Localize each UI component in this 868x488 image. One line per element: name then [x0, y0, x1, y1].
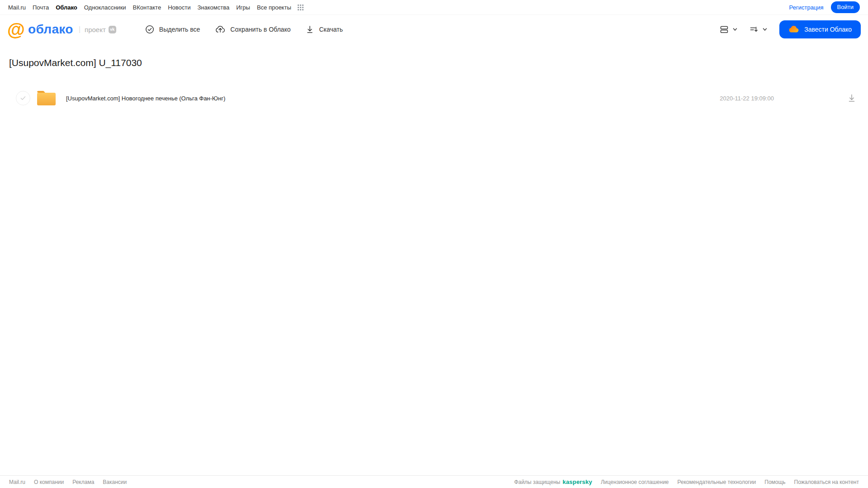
footer-link-jobs[interactable]: Вакансии	[103, 479, 127, 485]
cloud-brand-icon	[788, 25, 799, 33]
app-header: @ облако | проект vk Выделить все	[0, 15, 868, 44]
mailru-at-icon: @	[7, 20, 25, 38]
select-all-button[interactable]: Выделить все	[145, 25, 200, 34]
vk-icon: vk	[109, 26, 116, 33]
logo-wordmark: облако	[28, 22, 73, 37]
logo-divider: |	[79, 25, 81, 34]
save-to-cloud-button[interactable]: Сохранить в Облако	[215, 25, 290, 34]
row-download-icon[interactable]	[847, 93, 856, 103]
footer-link-help[interactable]: Помощь	[764, 479, 785, 485]
protected-label: Файлы защищены	[514, 479, 560, 485]
nav-item-pochta[interactable]: Почта	[33, 4, 49, 11]
row-checkbox[interactable]	[16, 91, 30, 105]
cloud-logo[interactable]: @ облако | проект vk	[7, 20, 116, 38]
nav-item-vkontakte[interactable]: ВКонтакте	[133, 4, 161, 11]
kaspersky-protection: Файлы защищены kaspersky	[514, 479, 592, 485]
cloud-upload-icon	[215, 25, 225, 34]
footer-link-recommend-tech[interactable]: Рекомендательные технологии	[678, 479, 756, 485]
file-name-link[interactable]: [UsupovMarket.com] Новогоднее печенье (О…	[66, 95, 720, 102]
download-icon	[306, 25, 314, 34]
file-toolbar: Выделить все Сохранить в Облако Скачат	[145, 25, 343, 34]
nav-item-znakomstva[interactable]: Знакомства	[197, 4, 229, 11]
footer-link-mailru[interactable]: Mail.ru	[9, 479, 25, 485]
login-button[interactable]: Войти	[831, 1, 860, 13]
apps-grid-icon[interactable]	[297, 4, 304, 11]
chevron-down-icon	[732, 27, 738, 32]
page-footer: Mail.ru О компании Реклама Вакансии Файл…	[0, 475, 868, 488]
nav-item-odnoklassniki[interactable]: Одноклассники	[84, 4, 126, 11]
download-button[interactable]: Скачать	[306, 25, 343, 34]
folder-icon	[36, 90, 57, 106]
create-cloud-label: Завести Облако	[804, 26, 852, 33]
registration-link[interactable]: Регистрация	[789, 4, 824, 11]
sort-icon	[749, 25, 759, 34]
nav-item-novosti[interactable]: Новости	[168, 4, 190, 11]
chevron-down-icon	[762, 27, 768, 32]
page-title: [UsupovMarket.com] U_117030	[9, 57, 868, 68]
view-mode-icon	[720, 25, 729, 34]
nav-item-mailru[interactable]: Mail.ru	[8, 4, 26, 11]
footer-link-license[interactable]: Лицензионное соглашение	[601, 479, 669, 485]
project-label: проект	[85, 26, 106, 33]
nav-item-oblako[interactable]: Облако	[56, 4, 77, 11]
check-circle-icon	[145, 25, 154, 34]
create-cloud-button[interactable]: Завести Облако	[779, 20, 861, 38]
save-to-cloud-label: Сохранить в Облако	[230, 26, 290, 33]
sort-selector[interactable]	[749, 25, 768, 34]
portal-nav: Mail.ru Почта Облако Одноклассники ВКонт…	[0, 0, 868, 15]
nav-item-vse-proekty[interactable]: Все проекты	[257, 4, 291, 11]
footer-link-ads[interactable]: Реклама	[72, 479, 94, 485]
download-label: Скачать	[319, 26, 343, 33]
footer-link-company[interactable]: О компании	[34, 479, 64, 485]
footer-link-report-content[interactable]: Пожаловаться на контент	[794, 479, 859, 485]
file-list: [UsupovMarket.com] Новогоднее печенье (О…	[0, 88, 868, 108]
view-mode-selector[interactable]	[720, 25, 738, 34]
file-date: 2020-11-22 19:09:00	[720, 95, 774, 102]
kaspersky-logo: kaspersky	[563, 479, 592, 485]
nav-item-igry[interactable]: Игры	[236, 4, 250, 11]
file-row[interactable]: [UsupovMarket.com] Новогоднее печенье (О…	[0, 88, 868, 108]
select-all-label: Выделить все	[159, 26, 200, 33]
